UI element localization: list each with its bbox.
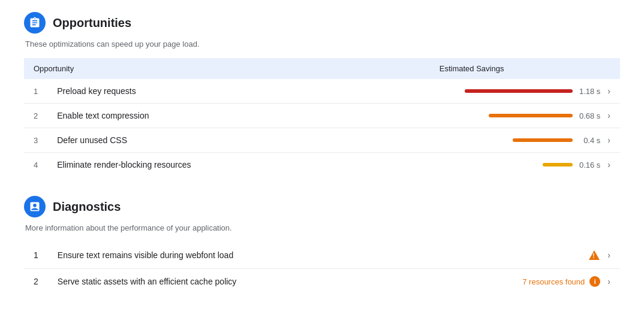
opportunity-row[interactable]: 3 Defer unused CSS 0.4 s › — [24, 128, 620, 153]
savings-cell: 1.18 s › — [323, 79, 620, 104]
opportunities-table: Opportunity Estimated Savings 1 Preload … — [24, 58, 620, 177]
diagnostics-table: 1 Ensure text remains visible during web… — [24, 242, 620, 294]
row-label: Eliminate render-blocking resources — [47, 153, 323, 177]
savings-bar — [465, 89, 573, 93]
savings-value: 0.16 s — [577, 161, 600, 169]
diag-status-cell: › — [419, 242, 620, 269]
expand-chevron[interactable]: › — [607, 250, 610, 260]
savings-cell: 0.4 s › — [323, 128, 620, 153]
opportunities-table-header-row: Opportunity Estimated Savings — [24, 58, 620, 79]
row-label: Preload key requests — [47, 79, 323, 104]
diagnostics-section: Diagnostics More information about the p… — [24, 196, 620, 294]
opportunities-title: Opportunities — [53, 16, 131, 30]
row-label: Ensure text remains visible during webfo… — [48, 242, 419, 269]
expand-chevron[interactable]: › — [607, 135, 610, 145]
diagnostics-icon — [24, 196, 46, 217]
row-label: Enable text compression — [47, 104, 323, 128]
savings-bar — [489, 114, 573, 117]
opportunity-row[interactable]: 4 Eliminate render-blocking resources 0.… — [24, 153, 620, 177]
row-label: Defer unused CSS — [47, 128, 323, 153]
savings-bar-container — [465, 89, 573, 93]
info-icon: i — [589, 276, 600, 287]
row-number: 3 — [24, 128, 47, 153]
diagnostics-subtitle: More information about the performance o… — [24, 223, 620, 232]
savings-bar-container — [513, 138, 573, 142]
warning-icon — [588, 249, 600, 261]
expand-chevron[interactable]: › — [607, 111, 610, 120]
opportunities-section: Opportunities These optimizations can sp… — [24, 12, 620, 177]
savings-bar — [543, 163, 573, 166]
diagnostics-header: Diagnostics — [24, 196, 620, 217]
diag-status-cell: 7 resources found i › — [419, 269, 620, 295]
expand-chevron[interactable]: › — [607, 86, 610, 96]
savings-bar-container — [489, 114, 573, 117]
expand-chevron[interactable]: › — [607, 160, 610, 169]
diagnostics-row[interactable]: 1 Ensure text remains visible during web… — [24, 242, 620, 269]
savings-col-header: Estimated Savings — [323, 58, 620, 79]
savings-value: 0.4 s — [577, 136, 600, 145]
row-number: 2 — [24, 269, 48, 295]
savings-value: 1.18 s — [577, 87, 600, 96]
opportunity-row[interactable]: 2 Enable text compression 0.68 s › — [24, 104, 620, 128]
row-number: 1 — [24, 79, 47, 104]
row-number: 2 — [24, 104, 47, 128]
savings-bar — [513, 138, 573, 142]
savings-bar-container — [543, 163, 573, 166]
diag-right: › — [429, 249, 610, 261]
expand-chevron[interactable]: › — [607, 277, 610, 286]
row-label: Serve static assets with an efficient ca… — [48, 269, 419, 295]
savings-cell: 0.16 s › — [323, 153, 620, 177]
resources-found: 7 resources found — [522, 277, 585, 286]
opportunities-svg-icon — [29, 17, 41, 29]
opportunities-icon — [24, 12, 46, 34]
opportunity-row[interactable]: 1 Preload key requests 1.18 s › — [24, 79, 620, 104]
row-number: 4 — [24, 153, 47, 177]
savings-cell: 0.68 s › — [323, 104, 620, 128]
opportunities-header: Opportunities — [24, 12, 620, 34]
diag-right: 7 resources found i › — [429, 276, 610, 287]
row-number: 1 — [24, 242, 48, 269]
diagnostics-svg-icon — [29, 201, 41, 213]
diagnostics-title: Diagnostics — [53, 200, 121, 214]
opportunity-col-header: Opportunity — [24, 58, 323, 79]
warning-triangle — [589, 250, 600, 260]
savings-value: 0.68 s — [577, 111, 600, 120]
opportunities-subtitle: These optimizations can speed up your pa… — [24, 40, 620, 49]
diagnostics-row[interactable]: 2 Serve static assets with an efficient … — [24, 269, 620, 295]
